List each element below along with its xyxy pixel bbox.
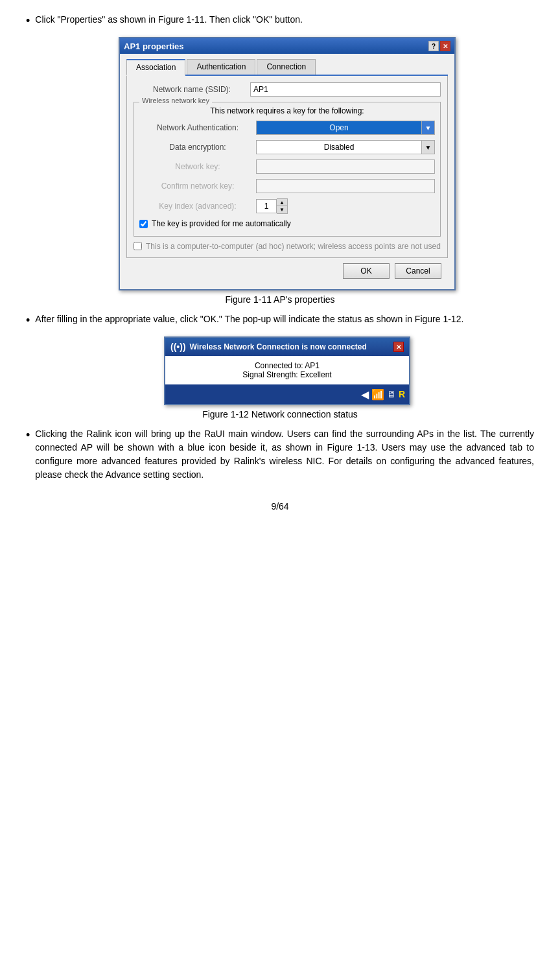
bullet-text-1: Click "Properties" as shown in Figure 1-… xyxy=(35,13,303,27)
network-key-label: Network key: xyxy=(139,162,256,171)
data-enc-arrow[interactable]: ▼ xyxy=(421,141,434,154)
bullet-dot-2: • xyxy=(26,312,30,329)
close-button[interactable]: ✕ xyxy=(440,41,450,51)
tab-authentication[interactable]: Authentication xyxy=(187,59,255,75)
tab-content-association: Network name (SSID): Wireless network ke… xyxy=(126,76,448,258)
ap1-properties-dialog: AP1 properties ? ✕ Association Authentic… xyxy=(119,37,456,290)
bullet-item-2: • After filling in the appropriate value… xyxy=(26,312,534,329)
data-enc-value: Disabled xyxy=(257,143,421,152)
network-name-label: Network name (SSID): xyxy=(134,85,250,94)
network-key-row: Network key: xyxy=(139,159,435,174)
data-enc-select[interactable]: Disabled ▼ xyxy=(256,140,435,154)
network-name-row: Network name (SSID): xyxy=(134,82,441,97)
taskbar-wifi-signal: 📶 xyxy=(371,388,384,401)
spinner-buttons: ▲ ▼ xyxy=(277,198,288,214)
key-index-label: Key index (advanced): xyxy=(139,202,256,211)
popup-header: ((•)) Wireless Network Connection is now… xyxy=(165,338,409,356)
network-auth-value: Open xyxy=(257,123,421,132)
figure-1-11-caption: Figure 1-11 AP's properties xyxy=(26,294,534,305)
taskbar-ralink-icon: R xyxy=(399,389,405,399)
network-auth-arrow[interactable]: ▼ xyxy=(421,121,434,134)
figure-1-12-container: ((•)) Wireless Network Connection is now… xyxy=(40,336,534,405)
popup-close-button[interactable]: ✕ xyxy=(393,342,404,352)
data-enc-row: Data encryption: Disabled ▼ xyxy=(139,140,435,154)
tab-connection[interactable]: Connection xyxy=(257,59,316,75)
ad-hoc-row: This is a computer-to-computer (ad hoc) … xyxy=(134,242,441,251)
figure-1-12-caption: Figure 1-12 Network connection status xyxy=(26,409,534,419)
data-enc-label: Data encryption: xyxy=(139,143,256,152)
network-auth-row: Network Authentication: Open ▼ xyxy=(139,121,435,135)
dialog-footer: OK Cancel xyxy=(126,258,448,283)
dialog-title-bar: AP1 properties ? ✕ xyxy=(120,38,454,54)
taskbar-monitor-icon: 🖥 xyxy=(387,389,396,399)
spinner-up[interactable]: ▲ xyxy=(277,199,287,206)
dialog-body: Association Authentication Connection Ne… xyxy=(120,54,454,289)
spinner-down[interactable]: ▼ xyxy=(277,206,287,213)
key-index-spinner: ▲ ▼ xyxy=(256,198,288,214)
confirm-key-label: Confirm network key: xyxy=(139,182,256,191)
bullet-dot-3: • xyxy=(26,427,30,443)
bullet-item-1: • Click "Properties" as shown in Figure … xyxy=(26,13,534,29)
ok-button[interactable]: OK xyxy=(343,263,390,279)
network-connection-popup: ((•)) Wireless Network Connection is now… xyxy=(164,336,410,405)
ad-hoc-label: This is a computer-to-computer (ad hoc) … xyxy=(146,242,441,251)
bullet-text-3: Clicking the Ralink icon will bring up t… xyxy=(35,427,534,482)
cancel-button[interactable]: Cancel xyxy=(395,263,441,279)
title-buttons: ? ✕ xyxy=(428,41,450,51)
figure-1-11-container: AP1 properties ? ✕ Association Authentic… xyxy=(40,37,534,290)
tab-bar: Association Authentication Connection xyxy=(126,59,448,76)
auto-key-label: The key is provided for me automatically xyxy=(152,219,291,228)
dialog-title: AP1 properties xyxy=(124,41,183,51)
ad-hoc-checkbox[interactable] xyxy=(134,242,142,250)
help-button[interactable]: ? xyxy=(428,41,439,51)
bullet-dot-1: • xyxy=(26,13,30,29)
auto-key-checkbox[interactable] xyxy=(139,220,148,228)
confirm-key-row: Confirm network key: xyxy=(139,179,435,193)
wireless-key-group: Wireless network key This network requir… xyxy=(134,102,441,237)
network-name-input[interactable] xyxy=(250,82,441,97)
auto-key-checkbox-row: The key is provided for me automatically xyxy=(139,219,435,228)
network-auth-label: Network Authentication: xyxy=(139,123,256,132)
group-box-desc: This network requires a key for the foll… xyxy=(139,106,435,115)
popup-header-text: Wireless Network Connection is now conne… xyxy=(190,342,367,351)
signal-strength-text: Signal Strength: Excellent xyxy=(172,370,402,379)
bullet-text-2: After filling in the appropriate value, … xyxy=(35,312,463,326)
page-number: 9/64 xyxy=(26,501,534,512)
key-index-row: Key index (advanced): ▲ ▼ xyxy=(139,198,435,214)
network-auth-select[interactable]: Open ▼ xyxy=(256,121,435,135)
popup-footer: ◀ 📶 🖥 R xyxy=(165,384,409,404)
key-index-field[interactable] xyxy=(256,199,277,213)
confirm-key-input[interactable] xyxy=(256,179,435,193)
tab-association[interactable]: Association xyxy=(126,59,185,76)
connected-to-text: Connected to: AP1 xyxy=(172,361,402,370)
taskbar-back-icon: ◀ xyxy=(361,388,369,401)
popup-body: Connected to: AP1 Signal Strength: Excel… xyxy=(165,356,409,384)
network-key-input[interactable] xyxy=(256,159,435,174)
wifi-icon: ((•)) xyxy=(170,342,186,352)
bullet-item-3: • Clicking the Ralink icon will bring up… xyxy=(26,427,534,482)
group-box-title: Wireless network key xyxy=(139,97,212,104)
